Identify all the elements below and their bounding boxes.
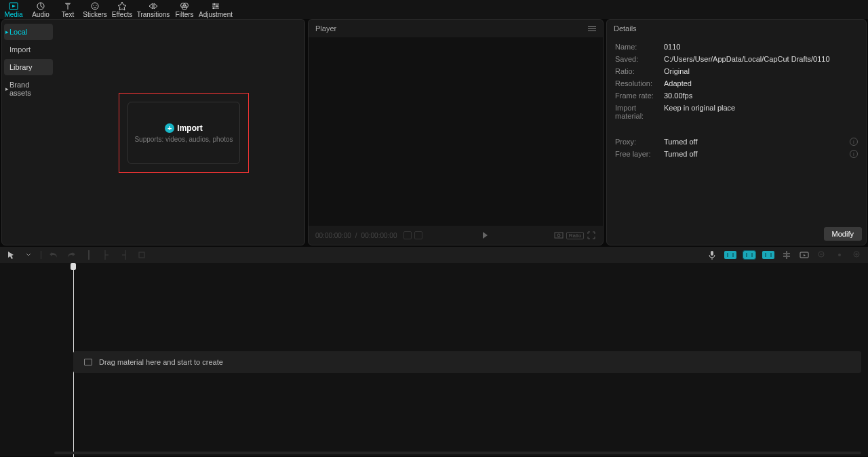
player-menu-icon[interactable] <box>588 26 596 31</box>
plus-icon: + <box>165 123 174 133</box>
zoom-in-icon[interactable] <box>852 250 863 260</box>
tab-effects[interactable]: Effects <box>108 0 136 19</box>
details-key: Free layer: <box>615 150 664 158</box>
svg-point-3 <box>93 5 94 5</box>
sidebar-item-label: Local <box>9 28 27 36</box>
sidebar-item-label: Import <box>9 45 31 54</box>
tab-label: Adjustment <box>199 12 233 18</box>
tab-filters[interactable]: Filters <box>171 0 198 19</box>
trim-left-icon[interactable] <box>101 250 112 260</box>
zoom-slider[interactable] <box>834 250 845 260</box>
expand-marker: ▸ <box>5 85 9 92</box>
details-value: 30.00fps <box>664 92 858 100</box>
details-row: Import material:Keep in original place <box>615 104 858 120</box>
play-button[interactable] <box>483 232 488 239</box>
details-row: Saved:C:/Users/User/AppData/Local/CapCut… <box>615 55 858 63</box>
timeline-scrollbar[interactable] <box>54 452 861 454</box>
sidebar-item-label: Brand assets <box>9 81 31 97</box>
svg-rect-14 <box>139 252 144 258</box>
filters-icon <box>180 1 189 11</box>
details-key: Name: <box>615 43 664 51</box>
track-toggle-3[interactable] <box>762 251 774 259</box>
info-icon[interactable]: i <box>850 150 858 158</box>
svg-point-9 <box>216 5 218 6</box>
import-dropzone[interactable]: + Import Supports: videos, audios, photo… <box>127 102 240 164</box>
preview-icon[interactable] <box>799 250 810 260</box>
undo-icon[interactable] <box>48 250 59 260</box>
tab-label: Text <box>62 12 74 18</box>
tab-audio[interactable]: Audio <box>27 0 54 19</box>
time-total: 00:00:00:00 <box>361 232 397 239</box>
ratio-button[interactable]: Ratio <box>570 231 580 240</box>
details-row: Free layer:Turned offi <box>615 150 858 158</box>
cursor-tool-icon[interactable] <box>5 250 16 260</box>
media-sidebar: ▸LocalImportLibrary▸Brand assets <box>2 20 55 245</box>
import-title-row: + Import <box>165 123 202 133</box>
svg-point-10 <box>213 7 214 8</box>
details-value: Adapted <box>664 79 858 87</box>
import-title: Import <box>177 123 202 133</box>
tab-media[interactable]: Media <box>0 0 27 19</box>
sidebar-item-brand-assets[interactable]: ▸Brand assets <box>4 77 53 101</box>
stickers-icon <box>90 1 100 11</box>
modify-button[interactable]: Modify <box>824 227 862 241</box>
fullscreen-icon[interactable] <box>587 231 596 240</box>
import-highlight-box: + Import Supports: videos, audios, photo… <box>119 93 249 173</box>
timeline-hint: Drag material here and start to create <box>99 358 223 366</box>
zoom-out-icon[interactable] <box>816 250 827 260</box>
media-panel: ▸LocalImportLibrary▸Brand assets + Impor… <box>1 19 305 245</box>
sidebar-item-import[interactable]: Import <box>4 41 53 58</box>
align-icon[interactable] <box>781 250 792 260</box>
track-toggle-1[interactable] <box>724 251 736 259</box>
top-tabs: MediaAudioTextStickersEffectsTransitions… <box>0 0 868 19</box>
sidebar-item-library[interactable]: Library <box>4 59 53 75</box>
details-row: Frame rate:30.00fps <box>615 92 858 100</box>
tab-transitions[interactable]: Transitions <box>136 0 171 19</box>
crop-icon[interactable] <box>136 250 147 260</box>
split-icon[interactable] <box>83 250 94 260</box>
svg-rect-13 <box>88 250 90 260</box>
filmstrip-icon <box>84 359 92 365</box>
tab-text[interactable]: Text <box>54 0 81 19</box>
details-row: Proxy:Turned offi <box>615 138 858 146</box>
media-icon <box>9 1 18 11</box>
safezone-icon[interactable] <box>554 231 564 240</box>
mic-icon[interactable] <box>707 250 717 260</box>
tab-label: Effects <box>112 12 132 18</box>
tab-adjustment[interactable]: Adjustment <box>198 0 233 19</box>
cursor-dropdown-icon[interactable] <box>23 250 34 260</box>
player-small-btn-1[interactable] <box>403 231 412 239</box>
tab-label: Transitions <box>137 12 170 18</box>
timeline-track[interactable]: Drag material here and start to create <box>73 351 861 373</box>
details-key: Frame rate: <box>615 92 664 100</box>
effects-icon <box>117 1 127 11</box>
details-value: Keep in original place <box>664 104 858 120</box>
media-body: + Import Supports: videos, audios, photo… <box>55 20 304 245</box>
details-key: Saved: <box>615 55 664 63</box>
trim-right-icon[interactable] <box>119 250 130 260</box>
player-panel: Player 00:00:00:00 / 00:00:00:00 Ratio <box>308 19 604 245</box>
details-row: Resolution:Adapted <box>615 79 858 87</box>
sidebar-item-local[interactable]: ▸Local <box>4 24 53 40</box>
details-title: Details <box>614 24 637 33</box>
player-footer: 00:00:00:00 / 00:00:00:00 Ratio <box>309 226 603 245</box>
details-row: Name:0110 <box>615 43 858 51</box>
timeline[interactable]: Drag material here and start to create <box>0 263 868 456</box>
player-title: Player <box>315 24 336 33</box>
time-current: 00:00:00:00 <box>315 232 351 239</box>
details-row: Ratio:Original <box>615 67 858 75</box>
info-icon[interactable]: i <box>850 138 858 146</box>
svg-point-18 <box>838 254 841 256</box>
details-key: Import material: <box>615 104 664 120</box>
svg-rect-15 <box>711 251 713 256</box>
details-key: Ratio: <box>615 67 664 75</box>
svg-point-12 <box>557 234 560 237</box>
time-sep: / <box>355 232 357 239</box>
player-small-btn-2[interactable] <box>414 231 422 239</box>
tab-label: Media <box>4 12 22 18</box>
import-subtitle: Supports: videos, audios, photos <box>134 136 233 143</box>
expand-marker: ▸ <box>5 28 9 35</box>
tab-stickers[interactable]: Stickers <box>81 0 108 19</box>
redo-icon[interactable] <box>66 250 77 260</box>
track-toggle-2[interactable] <box>743 251 755 259</box>
